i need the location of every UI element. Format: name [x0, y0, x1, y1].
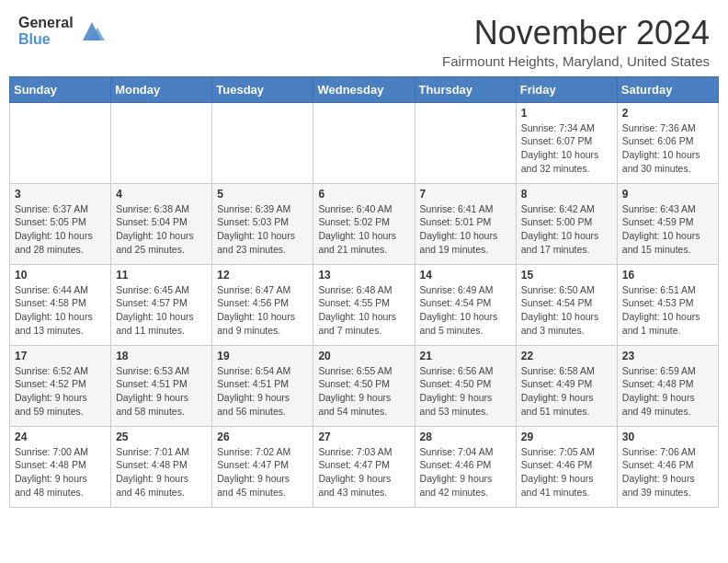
day-info: Sunrise: 6:45 AM Sunset: 4:57 PM Dayligh… — [116, 283, 207, 338]
calendar-week-2: 3Sunrise: 6:37 AM Sunset: 5:05 PM Daylig… — [10, 183, 719, 264]
day-header-sunday: Sunday — [10, 76, 111, 102]
calendar-cell: 18Sunrise: 6:53 AM Sunset: 4:51 PM Dayli… — [111, 345, 212, 426]
day-number: 10 — [15, 269, 106, 282]
calendar-cell: 15Sunrise: 6:50 AM Sunset: 4:54 PM Dayli… — [516, 264, 617, 345]
day-header-monday: Monday — [111, 76, 212, 102]
day-number: 27 — [318, 431, 409, 443]
location-title: Fairmount Heights, Maryland, United Stat… — [442, 53, 710, 69]
day-info: Sunrise: 6:59 AM Sunset: 4:48 PM Dayligh… — [622, 364, 713, 419]
calendar-cell — [10, 102, 111, 183]
calendar-week-1: 1Sunrise: 7:34 AM Sunset: 6:07 PM Daylig… — [10, 102, 719, 183]
calendar-cell — [313, 102, 415, 183]
calendar-cell: 7Sunrise: 6:41 AM Sunset: 5:01 PM Daylig… — [415, 183, 516, 264]
day-number: 23 — [622, 350, 713, 362]
calendar-cell: 11Sunrise: 6:45 AM Sunset: 4:57 PM Dayli… — [111, 264, 212, 345]
day-info: Sunrise: 6:58 AM Sunset: 4:49 PM Dayligh… — [521, 364, 612, 419]
day-number: 7 — [420, 188, 511, 201]
calendar-cell — [111, 102, 212, 183]
day-number: 18 — [116, 350, 207, 362]
month-title: November 2024 — [442, 15, 710, 52]
day-info: Sunrise: 6:50 AM Sunset: 4:54 PM Dayligh… — [521, 283, 612, 338]
calendar-cell: 12Sunrise: 6:47 AM Sunset: 4:56 PM Dayli… — [212, 264, 313, 345]
day-info: Sunrise: 6:38 AM Sunset: 5:04 PM Dayligh… — [116, 202, 207, 257]
calendar-cell: 24Sunrise: 7:00 AM Sunset: 4:48 PM Dayli… — [10, 426, 111, 507]
day-info: Sunrise: 6:54 AM Sunset: 4:51 PM Dayligh… — [217, 364, 308, 419]
day-info: Sunrise: 6:51 AM Sunset: 4:53 PM Dayligh… — [622, 283, 713, 338]
calendar-cell: 22Sunrise: 6:58 AM Sunset: 4:49 PM Dayli… — [516, 345, 617, 426]
day-info: Sunrise: 7:06 AM Sunset: 4:46 PM Dayligh… — [622, 445, 713, 500]
calendar-cell: 19Sunrise: 6:54 AM Sunset: 4:51 PM Dayli… — [212, 345, 313, 426]
page-header: General Blue November 2024 Fairmount Hei… — [0, 0, 728, 76]
calendar-week-3: 10Sunrise: 6:44 AM Sunset: 4:58 PM Dayli… — [10, 264, 719, 345]
day-number: 24 — [15, 431, 106, 443]
calendar-cell: 16Sunrise: 6:51 AM Sunset: 4:53 PM Dayli… — [617, 264, 718, 345]
day-number: 19 — [217, 350, 308, 362]
day-number: 13 — [318, 269, 409, 282]
calendar-cell: 21Sunrise: 6:56 AM Sunset: 4:50 PM Dayli… — [415, 345, 516, 426]
calendar: SundayMondayTuesdayWednesdayThursdayFrid… — [0, 76, 728, 517]
day-number: 5 — [217, 188, 308, 201]
calendar-week-5: 24Sunrise: 7:00 AM Sunset: 4:48 PM Dayli… — [10, 426, 719, 507]
day-info: Sunrise: 6:56 AM Sunset: 4:50 PM Dayligh… — [420, 364, 511, 419]
calendar-header: SundayMondayTuesdayWednesdayThursdayFrid… — [10, 76, 719, 102]
day-header-thursday: Thursday — [415, 76, 516, 102]
calendar-cell: 14Sunrise: 6:49 AM Sunset: 4:54 PM Dayli… — [415, 264, 516, 345]
day-info: Sunrise: 6:53 AM Sunset: 4:51 PM Dayligh… — [116, 364, 207, 419]
day-info: Sunrise: 7:01 AM Sunset: 4:48 PM Dayligh… — [116, 445, 207, 500]
day-number: 29 — [521, 431, 612, 443]
day-info: Sunrise: 6:42 AM Sunset: 5:00 PM Dayligh… — [521, 202, 612, 257]
calendar-cell: 28Sunrise: 7:04 AM Sunset: 4:46 PM Dayli… — [415, 426, 516, 507]
day-number: 2 — [622, 107, 713, 120]
day-info: Sunrise: 6:43 AM Sunset: 4:59 PM Dayligh… — [622, 202, 713, 257]
day-info: Sunrise: 6:55 AM Sunset: 4:50 PM Dayligh… — [318, 364, 409, 419]
day-number: 28 — [420, 431, 511, 443]
calendar-cell: 13Sunrise: 6:48 AM Sunset: 4:55 PM Dayli… — [313, 264, 415, 345]
calendar-week-4: 17Sunrise: 6:52 AM Sunset: 4:52 PM Dayli… — [10, 345, 719, 426]
day-number: 22 — [521, 350, 612, 362]
day-number: 17 — [15, 350, 106, 362]
day-info: Sunrise: 6:44 AM Sunset: 4:58 PM Dayligh… — [15, 283, 106, 338]
day-number: 15 — [521, 269, 612, 282]
day-number: 8 — [521, 188, 612, 201]
calendar-cell — [212, 102, 313, 183]
logo-text-blue: Blue — [18, 31, 74, 48]
day-number: 21 — [420, 350, 511, 362]
calendar-cell: 26Sunrise: 7:02 AM Sunset: 4:47 PM Dayli… — [212, 426, 313, 507]
day-number: 1 — [521, 107, 612, 120]
calendar-cell: 6Sunrise: 6:40 AM Sunset: 5:02 PM Daylig… — [313, 183, 415, 264]
day-info: Sunrise: 6:39 AM Sunset: 5:03 PM Dayligh… — [217, 202, 308, 257]
day-number: 20 — [318, 350, 409, 362]
day-info: Sunrise: 7:00 AM Sunset: 4:48 PM Dayligh… — [15, 445, 106, 500]
calendar-cell: 3Sunrise: 6:37 AM Sunset: 5:05 PM Daylig… — [10, 183, 111, 264]
calendar-cell: 8Sunrise: 6:42 AM Sunset: 5:00 PM Daylig… — [516, 183, 617, 264]
calendar-cell: 5Sunrise: 6:39 AM Sunset: 5:03 PM Daylig… — [212, 183, 313, 264]
calendar-cell: 27Sunrise: 7:03 AM Sunset: 4:47 PM Dayli… — [313, 426, 415, 507]
day-number: 4 — [116, 188, 207, 201]
day-info: Sunrise: 7:04 AM Sunset: 4:46 PM Dayligh… — [420, 445, 511, 500]
title-area: November 2024 Fairmount Heights, Marylan… — [442, 15, 710, 69]
day-number: 30 — [622, 431, 713, 443]
calendar-cell: 30Sunrise: 7:06 AM Sunset: 4:46 PM Dayli… — [617, 426, 718, 507]
day-number: 14 — [420, 269, 511, 282]
day-number: 9 — [622, 188, 713, 201]
day-number: 26 — [217, 431, 308, 443]
day-info: Sunrise: 7:34 AM Sunset: 6:07 PM Dayligh… — [521, 121, 612, 176]
logo-icon — [79, 18, 105, 44]
calendar-cell: 2Sunrise: 7:36 AM Sunset: 6:06 PM Daylig… — [617, 102, 718, 183]
day-header-tuesday: Tuesday — [212, 76, 313, 102]
calendar-table: SundayMondayTuesdayWednesdayThursdayFrid… — [9, 76, 719, 508]
logo: General Blue — [18, 15, 105, 47]
day-info: Sunrise: 6:52 AM Sunset: 4:52 PM Dayligh… — [15, 364, 106, 419]
calendar-cell: 9Sunrise: 6:43 AM Sunset: 4:59 PM Daylig… — [617, 183, 718, 264]
day-info: Sunrise: 6:40 AM Sunset: 5:02 PM Dayligh… — [318, 202, 409, 257]
day-number: 12 — [217, 269, 308, 282]
day-info: Sunrise: 6:48 AM Sunset: 4:55 PM Dayligh… — [318, 283, 409, 338]
calendar-cell: 25Sunrise: 7:01 AM Sunset: 4:48 PM Dayli… — [111, 426, 212, 507]
logo-text-general: General — [18, 15, 74, 31]
calendar-cell: 17Sunrise: 6:52 AM Sunset: 4:52 PM Dayli… — [10, 345, 111, 426]
day-info: Sunrise: 6:41 AM Sunset: 5:01 PM Dayligh… — [420, 202, 511, 257]
day-info: Sunrise: 7:05 AM Sunset: 4:46 PM Dayligh… — [521, 445, 612, 500]
day-number: 3 — [15, 188, 106, 201]
day-info: Sunrise: 6:37 AM Sunset: 5:05 PM Dayligh… — [15, 202, 106, 257]
calendar-cell: 1Sunrise: 7:34 AM Sunset: 6:07 PM Daylig… — [516, 102, 617, 183]
